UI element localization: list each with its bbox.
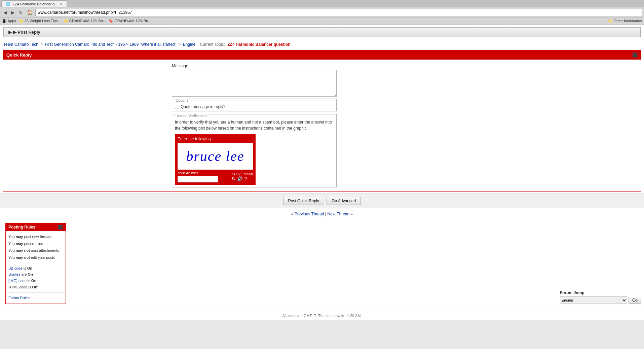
img-code-link[interactable]: [IMG] code [8, 279, 27, 283]
form-area: Message: Options Quote message in reply?… [172, 64, 637, 187]
post-reply-label: ▶ Post Reply [13, 30, 40, 35]
breadcrumb-engine[interactable]: Engine [183, 42, 195, 47]
quick-reply-collapse-icon[interactable]: ⬛ [632, 53, 638, 58]
post-quick-reply-button[interactable]: Post Quick Reply [283, 197, 324, 205]
bb-code-status: BB code is On [8, 265, 63, 272]
nav-open-quote: « [291, 212, 295, 216]
rule-post-replies: You may post replies [8, 241, 63, 247]
forum-jump-container: Forum Jump Engine General Discussion Fir… [560, 290, 641, 307]
smilies-link[interactable]: Smilies [8, 272, 20, 276]
current-topic-label: Current Topic: [200, 42, 225, 47]
captcha-answer-input[interactable] [178, 176, 218, 182]
post-reply-button[interactable]: ▶ ▶ Post Reply [3, 27, 641, 37]
forum-jump-row: Engine General Discussion First Generati… [560, 296, 641, 304]
human-verification-description: In order to verify that you are a human … [175, 119, 334, 131]
captcha-text: bruce lee [186, 148, 244, 164]
previous-thread-link[interactable]: Previous Thread [295, 212, 324, 216]
quote-message-option[interactable]: Quote message in reply? [175, 104, 334, 109]
address-bar[interactable] [35, 9, 642, 16]
img-code-status: [IMG] code is On [8, 278, 63, 284]
rule-no-attachments: You may not post attachments [8, 247, 63, 254]
breadcrumb-first-gen[interactable]: First Generation Camaro Info and Tech - … [45, 42, 177, 47]
quick-reply-header: Quick Reply ⬛ [3, 50, 641, 60]
footer-text: All times are GMT -7. The time now is 11… [282, 314, 362, 318]
forum-rules-link[interactable]: Forum Rules [8, 296, 30, 300]
posting-rules-box: Posting Rules ⬛ You may post new threads… [5, 223, 66, 304]
captcha-controls: ↻ 🔊 ? [232, 176, 253, 181]
go-advanced-button[interactable]: Go Advanced [327, 197, 361, 205]
tab-favicon: 🌐 [6, 2, 10, 6]
smilies-status: Smilies are On [8, 271, 63, 278]
quick-reply-title: Quick Reply [6, 53, 32, 58]
options-legend: Options [175, 98, 189, 102]
captcha-audio-button[interactable]: 🔊 [237, 176, 243, 181]
captcha-image: bruce lee [178, 143, 253, 170]
quick-reply-body: Message: Options Quote message in reply?… [3, 60, 641, 191]
captcha-brand: SOLVE media [232, 172, 253, 176]
nav-close-quote: » [351, 212, 353, 216]
captcha-help-button[interactable]: ? [244, 176, 247, 181]
rule-no-edit: You may not edit your posts [8, 254, 63, 261]
human-verification-section: Human Verification In order to verify th… [172, 114, 337, 187]
captcha-refresh-button[interactable]: ↻ [232, 176, 236, 181]
options-section: Options Quote message in reply? [172, 99, 337, 111]
close-tab-button[interactable]: ✕ [60, 2, 63, 6]
lower-section: Posting Rules ⬛ You may post new threads… [0, 220, 644, 307]
posting-rules-header: Posting Rules ⬛ [6, 223, 66, 231]
breadcrumb-sep-2: > [178, 42, 182, 47]
message-label: Message: [172, 64, 637, 68]
avatar-area [7, 64, 168, 187]
back-button[interactable]: ◀ [2, 9, 8, 16]
posting-rules-icon[interactable]: ⬛ [58, 225, 63, 230]
current-topic-title: ZZ4 Harmonic Balancer question [227, 42, 290, 47]
other-bookmarks[interactable]: 📁 Other bookmarks [608, 19, 642, 23]
message-input[interactable] [172, 70, 337, 97]
breadcrumb-team-camaro-tech[interactable]: Team Camaro Tech [3, 42, 38, 47]
breadcrumb-sep-1: > [40, 42, 44, 47]
captcha-enter-label: Enter the following [178, 137, 253, 141]
bookmark-grand-am-2[interactable]: 🔖 GRAND-AM 128i Bu... [109, 19, 151, 23]
forum-jump-go-button[interactable]: Go [629, 297, 641, 304]
reload-button[interactable]: ↻ [17, 9, 24, 16]
forward-button[interactable]: ▶ [10, 9, 16, 16]
spacer [72, 220, 557, 307]
your-answer-label: Your Answer [178, 171, 218, 175]
post-reply-icon: ▶ [8, 30, 12, 35]
rule-post-threads: You may post new threads [8, 234, 63, 240]
thread-navigation: « Previous Thread | Next Thread » [0, 208, 644, 220]
active-tab[interactable]: 🌐 ZZ4 Harmonic Balancer q... ✕ [1, 0, 67, 7]
quote-message-label: Quote message in reply? [181, 104, 225, 109]
bb-code-link[interactable]: BB code [8, 266, 23, 270]
post-reply-bar: ▶ ▶ Post Reply [0, 25, 644, 40]
rules-divider-2 [8, 292, 63, 293]
posting-rules-title: Posting Rules [8, 225, 35, 230]
quick-reply-panel: Quick Reply ⬛ Message: Options Quote mes… [3, 50, 641, 192]
captcha-footer: Your Answer SOLVE media ↻ 🔊 ? [178, 171, 253, 182]
bookmark-weight-loss[interactable]: ⭐ 26 Weight Loss Tips... [19, 19, 61, 23]
html-code-status: HTML code is Off [8, 284, 63, 290]
breadcrumb: Team Camaro Tech > First Generation Cama… [0, 40, 644, 49]
rules-divider [8, 263, 63, 263]
human-verification-legend: Human Verification [175, 114, 207, 118]
posting-rules-body: You may post new threads You may post re… [6, 231, 66, 304]
captcha-widget: Enter the following bruce lee Your Answe… [175, 134, 256, 185]
bookmark-apps[interactable]: 📱 Apps [2, 19, 16, 23]
page-footer: All times are GMT -7. The time now is 11… [0, 311, 644, 320]
forum-jump-select[interactable]: Engine General Discussion First Generati… [560, 296, 627, 304]
next-thread-link[interactable]: Next Thread [327, 212, 349, 216]
home-button[interactable]: 🏠 [26, 9, 34, 16]
form-buttons-bar: Post Quick Reply Go Advanced [0, 193, 644, 208]
bookmark-grand-am-1[interactable]: ⭐ GRAND-AM 128i Bu... [64, 19, 106, 23]
forum-jump-label: Forum Jump [560, 290, 641, 295]
tab-title: ZZ4 Harmonic Balancer q... [12, 2, 58, 6]
quote-message-checkbox[interactable] [175, 105, 179, 109]
